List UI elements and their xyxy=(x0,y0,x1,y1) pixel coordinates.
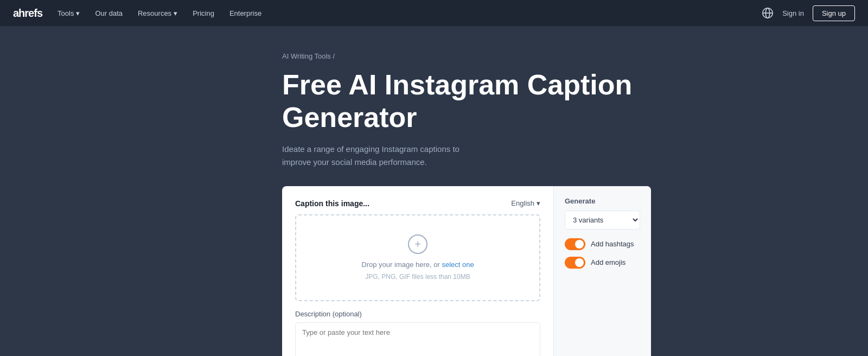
plus-icon: + xyxy=(408,234,427,254)
variants-select[interactable]: 3 variants xyxy=(565,211,640,230)
hashtags-toggle[interactable] xyxy=(565,238,585,250)
emojis-toggle[interactable] xyxy=(565,257,585,269)
navbar: ahrefs Tools ▾ Our data Resources ▾ Pric… xyxy=(0,0,868,26)
main-content: AI Writing Tools / Free AI Instagram Cap… xyxy=(0,26,868,356)
tool-right-panel: Generate 3 variants Add hashtags xyxy=(553,186,651,356)
hashtags-slider xyxy=(565,238,585,250)
sign-in-button[interactable]: Sign in xyxy=(782,9,804,17)
language-select[interactable]: English ▾ xyxy=(511,199,540,207)
sign-up-button[interactable]: Sign up xyxy=(813,5,855,21)
caption-header: Caption this image... English ▾ xyxy=(295,199,540,208)
nav-item-ourdata[interactable]: Our data xyxy=(95,9,123,17)
select-file-link[interactable]: select one xyxy=(442,260,474,269)
nav-item-pricing[interactable]: Pricing xyxy=(193,9,214,17)
description-textarea[interactable] xyxy=(295,322,540,356)
emojis-slider xyxy=(565,257,585,269)
page-subtitle: Ideate a range of engaging Instagram cap… xyxy=(282,143,488,169)
nav-right: Sign in Sign up xyxy=(762,5,855,21)
globe-icon[interactable] xyxy=(762,7,774,19)
generate-panel-label: Generate xyxy=(565,197,640,205)
page-title: Free AI Instagram Caption Generator xyxy=(282,69,673,134)
emojis-toggle-row: Add emojis xyxy=(565,257,640,269)
chevron-down-icon: ▾ xyxy=(537,199,540,207)
drop-hint: JPG, PNG, GIF files less than 10MB xyxy=(365,273,470,281)
nav-item-resources[interactable]: Resources ▾ xyxy=(138,9,177,17)
tool-left: Caption this image... English ▾ + Drop y… xyxy=(282,186,553,356)
logo[interactable]: ahrefs xyxy=(13,7,42,20)
drop-text: Drop your image here, or select one xyxy=(361,260,474,269)
nav-left: ahrefs Tools ▾ Our data Resources ▾ Pric… xyxy=(13,7,261,20)
chevron-down-icon: ▾ xyxy=(76,9,80,17)
content-wrapper: AI Writing Tools / Free AI Instagram Cap… xyxy=(282,52,673,356)
tool-card: Caption this image... English ▾ + Drop y… xyxy=(282,186,651,356)
emojis-label: Add emojis xyxy=(591,258,626,266)
image-drop-zone[interactable]: + Drop your image here, or select one JP… xyxy=(295,214,540,301)
nav-item-tools[interactable]: Tools ▾ xyxy=(58,9,80,17)
chevron-down-icon: ▾ xyxy=(174,9,177,17)
hashtags-label: Add hashtags xyxy=(591,240,634,248)
description-label: Description (optional) xyxy=(295,310,540,318)
breadcrumb: AI Writing Tools / xyxy=(282,52,673,60)
nav-item-enterprise[interactable]: Enterprise xyxy=(229,9,261,17)
hashtags-toggle-row: Add hashtags xyxy=(565,238,640,250)
logo-text: ahrefs xyxy=(13,7,42,19)
caption-label: Caption this image... xyxy=(295,199,369,208)
